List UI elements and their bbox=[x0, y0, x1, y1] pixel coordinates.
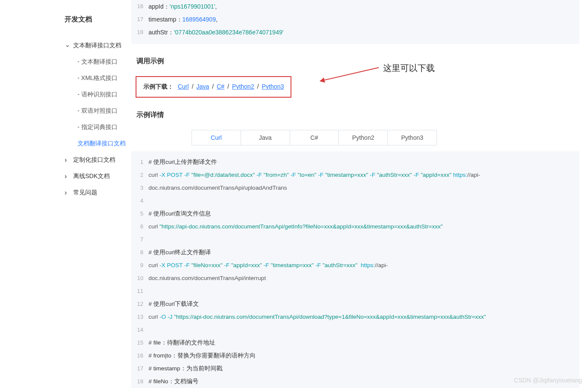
line-number: 10 bbox=[131, 272, 149, 285]
code-line: 8# 使用curl终止文件翻译 bbox=[131, 246, 579, 259]
sidebar-item[interactable]: 离线SDK文档 bbox=[65, 168, 131, 185]
watermark: CSDN @Jiqifanyixuetang bbox=[514, 377, 582, 384]
line-number: 17 bbox=[131, 13, 149, 26]
code-block-example: 1# 使用curl上传并翻译文件2curl -X POST -F "file=@… bbox=[131, 151, 579, 388]
line-number: 4 bbox=[131, 194, 149, 207]
sidebar-subitem[interactable]: - XML格式接口 bbox=[65, 70, 131, 86]
sidebar-subitem[interactable]: - 指定词典接口 bbox=[65, 119, 131, 135]
sidebar-item[interactable]: 文本翻译接口文档 bbox=[65, 37, 131, 54]
sidebar-item-label: 常见问题 bbox=[73, 189, 97, 197]
download-label: 示例下载： bbox=[143, 83, 173, 90]
nav-root: 文本翻译接口文档- 文本翻译接口- XML格式接口- 语种识别接口- 双语对照接… bbox=[65, 37, 131, 201]
code-line: 1# 使用curl上传并翻译文件 bbox=[131, 156, 579, 169]
lang-tabs: CurlJavaC#Python2Python3 bbox=[192, 130, 437, 145]
line-content: # from|to：替换为你需要翻译的语种方向 bbox=[149, 349, 256, 362]
sidebar-item[interactable]: 定制化接口文档 bbox=[65, 152, 131, 168]
chevron-right-icon bbox=[65, 172, 71, 180]
separator: / bbox=[255, 83, 260, 90]
line-number: 5 bbox=[131, 207, 149, 220]
line-content: # timestamp：为当前时间戳 bbox=[149, 362, 223, 375]
tab-java[interactable]: Java bbox=[241, 130, 290, 145]
code-line: 6curl "https://api-doc.niutrans.com/docu… bbox=[131, 220, 579, 233]
line-content: # 使用curl下载译文 bbox=[149, 298, 199, 311]
code-line: 7 bbox=[131, 233, 579, 246]
separator: / bbox=[210, 83, 216, 90]
tab-python3[interactable]: Python3 bbox=[388, 130, 436, 145]
chevron-right-icon bbox=[65, 189, 71, 197]
line-number: 7 bbox=[131, 233, 149, 246]
line-number: 2 bbox=[131, 169, 149, 182]
line-number: 9 bbox=[131, 259, 149, 272]
sidebar-item-label: 文本翻译接口文档 bbox=[73, 42, 121, 49]
code-line: 18authStr：'0774b020aa0e3886234e786e74071… bbox=[131, 26, 579, 39]
line-number: 1 bbox=[131, 156, 149, 169]
sidebar-subitem[interactable]: - 双语对照接口 bbox=[65, 103, 131, 119]
separator: / bbox=[226, 83, 231, 90]
line-content: appId：'nps1679901001', bbox=[149, 0, 217, 13]
sidebar-subitem[interactable]: - 文本翻译接口 bbox=[65, 54, 131, 70]
line-number: 3 bbox=[131, 182, 149, 194]
code-line: 5# 使用curl查询文件信息 bbox=[131, 207, 579, 220]
code-line: 4 bbox=[131, 194, 579, 207]
line-content: doc.niutrans.com/documentTransApi/upload… bbox=[149, 182, 287, 194]
sidebar-subitem[interactable]: - 语种识别接口 bbox=[65, 86, 131, 103]
tab-curl[interactable]: Curl bbox=[192, 130, 241, 145]
chevron-down-icon bbox=[65, 41, 71, 49]
section-call-example: 调用示例 bbox=[136, 57, 579, 66]
code-line: 14 bbox=[131, 323, 579, 336]
code-line: 2curl -X POST -F "file=@d:/data/test.doc… bbox=[131, 169, 579, 182]
code-line: 3doc.niutrans.com/documentTransApi/uploa… bbox=[131, 182, 579, 194]
sidebar-item-label: 离线SDK文档 bbox=[73, 172, 110, 180]
code-line: 16appId：'nps1679901001', bbox=[131, 0, 579, 13]
code-line: 10doc.niutrans.com/documentTransApi/inte… bbox=[131, 272, 579, 285]
line-content: # fileNo：文档编号 bbox=[149, 375, 198, 388]
line-content: curl -X POST -F "fileNo=xxx" -F "appId=x… bbox=[149, 259, 388, 272]
code-line: 17timestamp：1689564909, bbox=[131, 13, 579, 26]
code-line: 17# timestamp：为当前时间戳 bbox=[131, 362, 579, 375]
code-line: 13curl -O -J "https://api-doc.niutrans.c… bbox=[131, 311, 579, 323]
separator: / bbox=[190, 83, 195, 90]
line-number: 11 bbox=[131, 285, 149, 298]
line-content: doc.niutrans.com/documentTransApi/interr… bbox=[149, 272, 266, 285]
line-content: # 使用curl上传并翻译文件 bbox=[149, 156, 217, 169]
main-content: 16appId：'nps1679901001',17timestamp：1689… bbox=[131, 0, 588, 388]
line-number: 13 bbox=[131, 311, 149, 323]
line-number: 6 bbox=[131, 220, 149, 233]
line-number: 16 bbox=[131, 0, 149, 13]
chevron-right-icon bbox=[65, 156, 71, 164]
line-content: curl "https://api-doc.niutrans.com/docum… bbox=[149, 220, 443, 233]
download-link-python3[interactable]: Python3 bbox=[262, 83, 284, 90]
code-line: 18# fileNo：文档编号 bbox=[131, 375, 579, 388]
section-example-detail: 示例详情 bbox=[136, 111, 579, 120]
line-content: timestamp：1689564909, bbox=[149, 13, 217, 26]
line-number: 14 bbox=[131, 323, 149, 336]
download-link-csharp[interactable]: C# bbox=[217, 83, 224, 90]
download-link-python2[interactable]: Python2 bbox=[232, 83, 254, 90]
line-content: authStr：'0774b020aa0e3886234e786e7407194… bbox=[149, 26, 284, 39]
download-link-curl[interactable]: Curl bbox=[178, 83, 189, 90]
line-content: # file：待翻译的文件地址 bbox=[149, 336, 215, 349]
code-line: 9curl -X POST -F "fileNo=xxx" -F "appId=… bbox=[131, 259, 579, 272]
line-number: 16 bbox=[131, 349, 149, 362]
line-content: # 使用curl终止文件翻译 bbox=[149, 246, 211, 259]
line-content: curl -O -J "https://api-doc.niutrans.com… bbox=[149, 311, 486, 323]
sidebar-subitem[interactable]: 文档翻译接口文档 bbox=[65, 135, 131, 152]
line-content: # 使用curl查询文件信息 bbox=[149, 207, 211, 220]
tab-csharp[interactable]: C# bbox=[290, 130, 339, 145]
sidebar-item[interactable]: 常见问题 bbox=[65, 185, 131, 201]
line-number: 17 bbox=[131, 362, 149, 375]
line-number: 18 bbox=[131, 26, 149, 39]
download-links: Curl / Java / C# / Python2 / Python3 bbox=[178, 83, 284, 90]
tab-python2[interactable]: Python2 bbox=[339, 130, 388, 145]
sidebar-item-label: 定制化接口文档 bbox=[73, 156, 115, 164]
download-link-java[interactable]: Java bbox=[196, 83, 209, 90]
code-line: 15# file：待翻译的文件地址 bbox=[131, 336, 579, 349]
sidebar-title: 开发文档 bbox=[65, 15, 131, 24]
sidebar: 开发文档 文本翻译接口文档- 文本翻译接口- XML格式接口- 语种识别接口- … bbox=[0, 0, 131, 388]
download-box: 示例下载： Curl / Java / C# / Python2 / Pytho… bbox=[136, 76, 291, 98]
line-number: 12 bbox=[131, 298, 149, 311]
line-number: 18 bbox=[131, 375, 149, 388]
line-number: 8 bbox=[131, 246, 149, 259]
code-line: 11 bbox=[131, 285, 579, 298]
code-block-header-sample: 16appId：'nps1679901001',17timestamp：1689… bbox=[131, 0, 579, 44]
